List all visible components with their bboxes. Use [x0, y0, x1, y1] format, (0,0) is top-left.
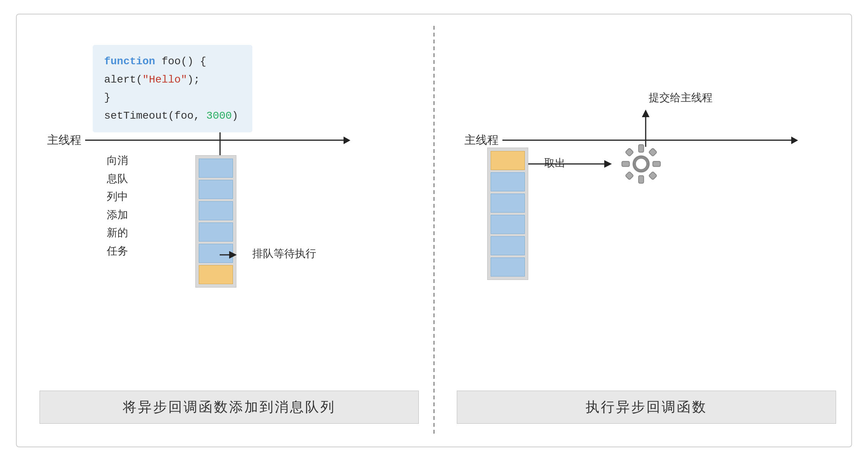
main-thread-label-left: 主线程 — [47, 132, 81, 148]
main-container: function foo() { alert("Hello"); } setTi… — [16, 14, 852, 447]
code-settimeout: setTimeout(foo, — [104, 110, 206, 122]
code-line2-end: ); — [187, 74, 200, 86]
code-num-3000: 3000 — [206, 110, 232, 122]
queue-left — [195, 155, 236, 288]
queue-item-orange — [199, 265, 233, 284]
caption-right: 执行异步回调函数 — [457, 391, 836, 424]
queue-item-4 — [199, 223, 233, 242]
queue-top-orange — [491, 151, 525, 170]
svg-marker-17 — [642, 110, 649, 117]
svg-rect-12 — [649, 148, 657, 156]
submit-arrow — [640, 109, 651, 147]
queue-r-item-1 — [491, 172, 525, 191]
svg-rect-13 — [625, 172, 634, 180]
svg-rect-11 — [625, 148, 634, 156]
svg-rect-14 — [649, 172, 657, 180]
code-block: function foo() { alert("Hello"); } setTi… — [93, 45, 252, 132]
svg-marker-3 — [229, 251, 237, 259]
svg-marker-5 — [604, 160, 612, 168]
thread-arrowhead-left — [344, 137, 350, 144]
right-panel: 主线程 取出 — [434, 14, 851, 447]
keyword-function: function — [104, 56, 155, 67]
gear-icon — [620, 143, 662, 186]
queue-right — [487, 148, 528, 280]
queue-wait-label: 排队等待执行 — [252, 246, 316, 261]
svg-point-15 — [635, 158, 647, 170]
take-out-arrow — [528, 158, 619, 170]
queue-r-item-2 — [491, 194, 525, 213]
code-line4-end: ) — [232, 110, 238, 122]
h-arrow-to-queue — [220, 249, 242, 261]
code-line2-alert: alert( — [104, 74, 143, 86]
code-line1-rest: foo() { — [155, 56, 206, 67]
main-thread-label-right: 主线程 — [464, 132, 499, 148]
code-str-hello: "Hello" — [143, 74, 187, 86]
caption-left: 将异步回调函数添加到消息队列 — [40, 391, 419, 424]
queue-item-3 — [199, 201, 233, 220]
add-task-label: 向消息队列中添加新的任务 — [104, 151, 131, 260]
submit-label: 提交给主线程 — [649, 91, 713, 105]
queue-r-item-4 — [491, 236, 525, 255]
queue-r-item-3 — [491, 215, 525, 234]
main-thread-left: 主线程 — [47, 132, 350, 148]
queue-item-1 — [199, 159, 233, 178]
svg-rect-8 — [638, 176, 643, 183]
svg-rect-9 — [622, 161, 629, 166]
queue-r-item-5 — [491, 258, 525, 277]
svg-rect-10 — [653, 161, 661, 166]
thread-arrowhead-right — [791, 137, 798, 144]
code-line3: } — [104, 92, 111, 103]
queue-item-2 — [199, 180, 233, 199]
left-panel: function foo() { alert("Hello"); } setTi… — [17, 14, 434, 447]
